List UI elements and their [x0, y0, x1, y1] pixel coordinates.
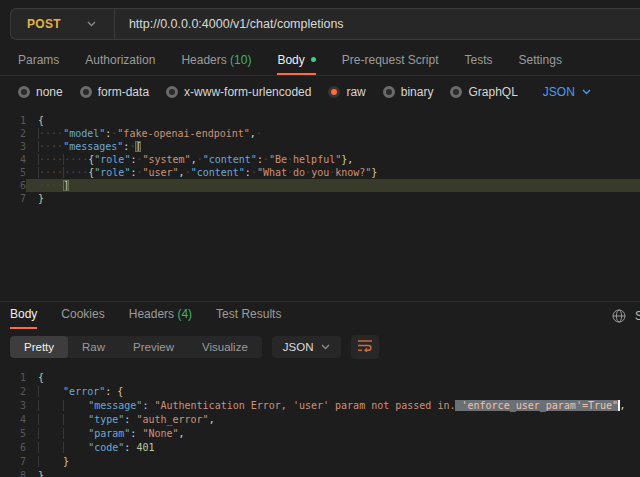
line-number: 2	[0, 385, 26, 399]
wrap-text-button[interactable]	[351, 335, 379, 359]
response-tab-headers[interactable]: Headers (4)	[129, 302, 192, 329]
response-language-select[interactable]: JSON	[272, 336, 342, 358]
line-number: 5	[0, 427, 26, 441]
request-body-editor[interactable]: 1{2····"model":·"fake-openai-endpoint",·…	[0, 109, 640, 301]
line-number: 1	[0, 371, 26, 385]
radio-icon	[80, 86, 92, 98]
unsaved-dot-icon	[311, 57, 316, 62]
code-line[interactable]: 5········{"role":·"user",·"content":·"Wh…	[0, 166, 640, 179]
response-tab-cookies[interactable]: Cookies	[61, 302, 104, 329]
code-text: {	[26, 114, 640, 127]
line-number: 1	[0, 114, 26, 127]
radio-icon	[18, 86, 30, 98]
code-line[interactable]: 8}	[0, 469, 640, 477]
view-preview[interactable]: Preview	[119, 336, 188, 358]
body-mode-graphql[interactable]: GraphQL	[450, 85, 517, 99]
response-language-label: JSON	[283, 341, 314, 353]
code-line[interactable]: 1{	[0, 114, 640, 127]
response-toolbar: PrettyRawPreviewVisualize JSON	[0, 329, 640, 367]
tab-label: Params	[18, 53, 59, 67]
tab-count-badge: (10)	[227, 53, 252, 67]
body-mode-form-data[interactable]: form-data	[80, 85, 149, 99]
code-text: ········{"role":·"user",·"content":·"Wha…	[26, 166, 640, 179]
tab-label: Test Results	[216, 307, 281, 321]
line-number: 6	[0, 179, 26, 192]
code-line[interactable]: 6····]	[0, 179, 640, 192]
tab-label: Body	[10, 307, 37, 321]
view-pretty[interactable]: Pretty	[10, 336, 68, 358]
body-mode-binary[interactable]: binary	[383, 85, 434, 99]
line-number: 3	[0, 140, 26, 153]
code-text: "message": "Authentication Error, 'user'…	[26, 399, 640, 413]
radio-label: form-data	[98, 85, 149, 99]
tab-label: Tests	[465, 53, 493, 67]
url-box: POST http://0.0.0.0:4000/v1/chat/complet…	[10, 8, 640, 40]
request-tab-params[interactable]: Params	[18, 48, 59, 75]
line-number: 4	[0, 153, 26, 166]
tab-label: Headers	[181, 53, 226, 67]
radio-label: GraphQL	[468, 85, 517, 99]
code-line[interactable]: 3····"messages":·[	[0, 140, 640, 153]
code-text: "type": "auth_error",	[26, 413, 640, 427]
response-tab-test-results[interactable]: Test Results	[216, 302, 281, 329]
chevron-down-icon	[321, 344, 330, 350]
request-tab-settings[interactable]: Settings	[519, 48, 562, 75]
radio-icon	[328, 86, 340, 98]
response-header: BodyCookiesHeaders (4)Test Results St	[0, 301, 640, 329]
radio-label: binary	[401, 85, 434, 99]
radio-icon	[166, 86, 178, 98]
code-text: ····"model":·"fake-openai-endpoint",·	[26, 127, 640, 140]
body-language-label: JSON	[543, 85, 575, 99]
code-line[interactable]: 5 "param": "None",	[0, 427, 640, 441]
body-mode-raw[interactable]: raw	[328, 85, 365, 99]
status-text-clipped: St	[635, 309, 640, 323]
code-line[interactable]: 3 "message": "Authentication Error, 'use…	[0, 399, 640, 413]
tab-label: Headers	[129, 307, 174, 321]
radio-icon	[450, 86, 462, 98]
body-language-select[interactable]: JSON	[543, 85, 591, 99]
code-line[interactable]: 4 "type": "auth_error",	[0, 413, 640, 427]
code-text: "error": {	[26, 385, 640, 399]
tab-count-badge: (4)	[174, 307, 192, 321]
request-tabs: ParamsAuthorizationHeaders (10)BodyPre-r…	[0, 48, 640, 76]
code-text: {	[26, 371, 640, 385]
radio-label: raw	[346, 85, 365, 99]
request-tab-body[interactable]: Body	[277, 48, 315, 75]
body-mode-none[interactable]: none	[18, 85, 63, 99]
code-line[interactable]: 1{	[0, 371, 640, 385]
line-number: 3	[0, 399, 26, 413]
code-text: ········{"role":·"system",·"content":·"B…	[26, 153, 640, 166]
url-input[interactable]: http://0.0.0.0:4000/v1/chat/completions	[115, 17, 358, 31]
request-tab-pre-request-script[interactable]: Pre-request Script	[342, 48, 439, 75]
response-body-editor[interactable]: 1{2 "error": {3 "message": "Authenticati…	[0, 367, 640, 477]
chevron-down-icon	[87, 21, 96, 27]
request-tab-authorization[interactable]: Authorization	[85, 48, 155, 75]
code-text: }	[26, 469, 640, 477]
view-raw[interactable]: Raw	[68, 336, 119, 358]
code-line[interactable]: 7}	[0, 192, 640, 205]
code-line[interactable]: 2····"model":·"fake-openai-endpoint",·	[0, 127, 640, 140]
request-tab-tests[interactable]: Tests	[465, 48, 493, 75]
code-text: "param": "None",	[26, 427, 640, 441]
request-tab-headers[interactable]: Headers (10)	[181, 48, 251, 75]
radio-label: none	[36, 85, 63, 99]
line-number: 8	[0, 469, 26, 477]
response-header-right: St	[611, 308, 640, 324]
code-line[interactable]: 6 "code": 401	[0, 441, 640, 455]
globe-icon[interactable]	[611, 308, 627, 324]
radio-label: x-www-form-urlencoded	[184, 85, 311, 99]
method-select[interactable]: POST	[11, 17, 114, 31]
code-line[interactable]: 2 "error": {	[0, 385, 640, 399]
code-line[interactable]: 7 }	[0, 455, 640, 469]
view-visualize[interactable]: Visualize	[188, 336, 262, 358]
code-text: "code": 401	[26, 441, 640, 455]
code-text: }	[26, 455, 640, 469]
code-text: ····]	[26, 179, 640, 192]
line-number: 5	[0, 166, 26, 179]
chevron-down-icon	[582, 89, 591, 95]
response-tabs: BodyCookiesHeaders (4)Test Results	[10, 302, 281, 329]
body-mode-x-www-form-urlencoded[interactable]: x-www-form-urlencoded	[166, 85, 311, 99]
tab-label: Settings	[519, 53, 562, 67]
code-line[interactable]: 4········{"role":·"system",·"content":·"…	[0, 153, 640, 166]
response-tab-body[interactable]: Body	[10, 302, 37, 329]
